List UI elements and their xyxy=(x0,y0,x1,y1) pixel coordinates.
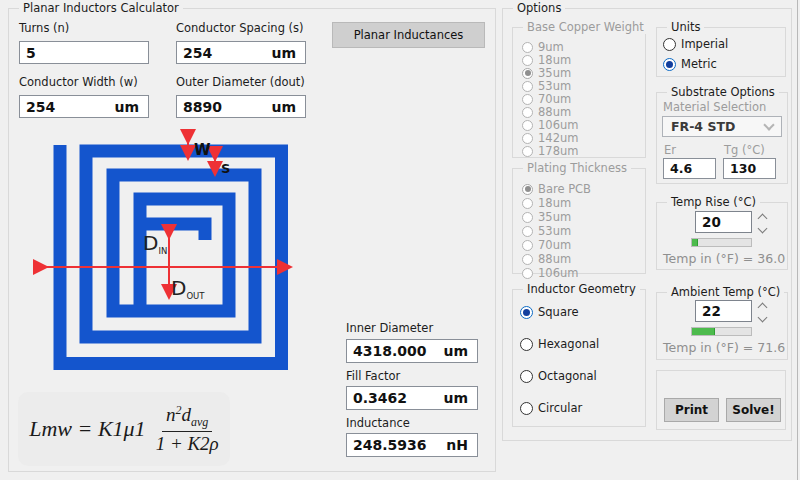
radio-icon xyxy=(522,212,533,223)
tg-value: 130 xyxy=(730,161,756,176)
er-input[interactable]: 4.6 xyxy=(663,158,716,179)
radio-plating-53um: 53um xyxy=(522,224,571,238)
inner-diameter-output[interactable]: 4318.000 um xyxy=(346,339,478,363)
formula-lhs: Lmw xyxy=(29,416,72,441)
outer-diameter-input[interactable]: 8890 um xyxy=(176,95,306,118)
temp-rise-title: Temp Rise (°C) xyxy=(667,195,760,209)
radio-icon xyxy=(522,94,533,105)
outer-diameter-value: 8890 xyxy=(183,99,222,115)
inductance-unit: nH xyxy=(446,437,468,453)
print-button[interactable]: Print xyxy=(664,398,719,422)
ambient-temp-value: 22 xyxy=(702,303,721,319)
inductance-output[interactable]: 248.5936 nH xyxy=(346,433,478,457)
radio-plating-70um: 70um xyxy=(522,238,571,252)
inductance-label: Inductance xyxy=(346,416,410,430)
inner-diameter-label: Inner Diameter xyxy=(346,321,433,335)
radio-geometry-square[interactable]: Square xyxy=(520,305,579,319)
radio-geometry-circular[interactable]: Circular xyxy=(520,401,582,415)
conductor-width-value: 254 xyxy=(26,99,55,115)
formula-equals: = xyxy=(78,416,93,441)
turns-input[interactable]: 5 xyxy=(19,41,149,64)
er-value: 4.6 xyxy=(670,161,692,176)
ambient-temp-progressbar xyxy=(691,327,752,336)
spacing-unit: um xyxy=(271,45,296,61)
radio-units-metric[interactable]: Metric xyxy=(663,57,717,71)
material-selection-value: FR-4 STD xyxy=(671,119,735,134)
radio-icon xyxy=(522,146,533,157)
radio-geometry-octagonal[interactable]: Octagonal xyxy=(520,369,597,383)
inductance-value: 248.5936 xyxy=(353,437,427,453)
solve-button[interactable]: Solve! xyxy=(726,398,781,422)
outer-diameter-unit: um xyxy=(271,99,296,115)
material-selection-label: Material Selection xyxy=(663,100,766,114)
temp-rise-input[interactable]: 20 xyxy=(695,211,752,233)
base-copper-title: Base Copper Weight xyxy=(523,20,648,34)
radio-selected-icon xyxy=(522,68,533,79)
fill-factor-value: 0.3462 xyxy=(353,390,407,406)
conductor-width-label: Conductor Width (w) xyxy=(19,75,138,89)
planar-inductances-button[interactable]: Planar Inductances xyxy=(332,22,485,48)
radio-base-copper-53um: 53um xyxy=(522,79,571,93)
dout-label: DOUT xyxy=(171,276,205,301)
radio-icon xyxy=(522,55,533,66)
radio-plating-35um: 35um xyxy=(522,210,571,224)
substrate-title: Substrate Options xyxy=(667,85,779,99)
radio-plating-bare-pcb: Bare PCB xyxy=(522,182,591,196)
spacing-input[interactable]: 254 um xyxy=(176,41,306,64)
ambient-temp-progress-fill xyxy=(692,328,715,335)
radio-base-copper-35um: 35um xyxy=(522,66,571,80)
radio-icon xyxy=(663,38,676,51)
turns-value: 5 xyxy=(26,45,36,61)
radio-base-copper-178um: 178um xyxy=(522,144,578,158)
tg-label: Tg (°C) xyxy=(724,143,765,157)
radio-icon xyxy=(522,133,533,144)
radio-icon xyxy=(520,370,533,383)
fill-factor-output[interactable]: 0.3462 um xyxy=(346,386,478,410)
options-group-title: Options xyxy=(513,1,565,15)
plating-title: Plating Thickness xyxy=(523,161,631,175)
spacing-label: Conductor Spacing (s) xyxy=(176,21,304,35)
spiral-trace xyxy=(60,145,282,364)
radio-icon xyxy=(522,226,533,237)
conductor-width-unit: um xyxy=(114,99,139,115)
radio-base-copper-9um: 9um xyxy=(522,40,564,54)
outer-diameter-label: Outer Diameter (dout) xyxy=(176,75,305,89)
w-label: W xyxy=(194,141,211,159)
radio-base-copper-70um: 70um xyxy=(522,92,571,106)
inner-diameter-value: 4318.000 xyxy=(353,343,427,359)
ambient-temp-input[interactable]: 22 xyxy=(695,300,752,322)
radio-icon xyxy=(522,254,533,265)
ambient-temp-note: Temp in (°F) = 71.6 xyxy=(663,340,785,355)
formula-fraction: n2davg 1 + K2ρ xyxy=(156,404,219,455)
radio-icon xyxy=(522,120,533,131)
tg-input[interactable]: 130 xyxy=(723,158,776,179)
chevron-down-icon xyxy=(763,119,774,130)
radio-base-copper-142um: 142um xyxy=(522,131,578,145)
formula-coefficient: K1μ1 xyxy=(98,416,146,441)
inductance-formula: Lmw = K1μ1 n2davg 1 + K2ρ xyxy=(18,392,230,466)
units-title: Units xyxy=(667,20,704,34)
radio-icon xyxy=(522,107,533,118)
radio-icon xyxy=(520,338,533,351)
radio-icon xyxy=(522,268,533,279)
radio-icon xyxy=(522,81,533,92)
turns-label: Turns (n) xyxy=(19,21,69,35)
radio-icon xyxy=(520,402,533,415)
radio-icon xyxy=(522,42,533,53)
radio-icon xyxy=(522,240,533,251)
fill-factor-unit: um xyxy=(443,390,468,406)
er-label: Er xyxy=(664,143,676,157)
radio-plating-88um: 88um xyxy=(522,252,571,266)
spacing-value: 254 xyxy=(183,45,212,61)
radio-selected-icon xyxy=(520,306,533,319)
planar-inductors-calculator-app: { "calculator": { "title": "Planar Induc… xyxy=(0,0,800,480)
temp-rise-progress-fill xyxy=(692,239,698,246)
radio-base-copper-18um: 18um xyxy=(522,53,571,67)
din-label: DIN xyxy=(143,231,167,256)
material-selection-dropdown[interactable]: FR-4 STD xyxy=(662,116,782,137)
spiral-inductor-diagram: W S DIN DOUT xyxy=(55,142,287,374)
radio-units-imperial[interactable]: Imperial xyxy=(663,37,728,51)
temp-rise-note: Temp in (°F) = 36.0 xyxy=(663,251,785,266)
conductor-width-input[interactable]: 254 um xyxy=(19,95,149,118)
radio-geometry-hexagonal[interactable]: Hexagonal xyxy=(520,337,599,351)
